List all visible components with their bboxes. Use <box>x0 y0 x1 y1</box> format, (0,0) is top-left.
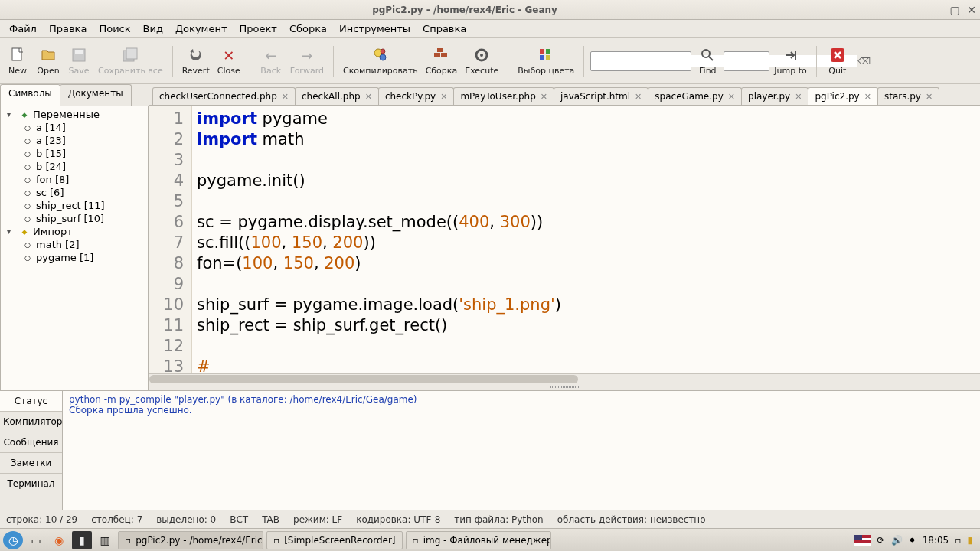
tab-close-icon[interactable]: ✕ <box>864 92 871 102</box>
save-button[interactable]: Save <box>64 41 93 82</box>
back-button[interactable]: ← Back <box>256 41 286 82</box>
menu-поиск[interactable]: Поиск <box>93 21 136 36</box>
save-all-button[interactable]: Сохранить все <box>95 41 166 82</box>
file-tab[interactable]: checkUserConnected.php✕ <box>152 87 296 105</box>
colorpicker-button[interactable]: Выбор цвета <box>514 41 577 82</box>
file-tab[interactable]: checkAll.php✕ <box>295 87 379 105</box>
jumpto-button[interactable]: Jump to <box>771 41 809 82</box>
menu-сборка[interactable]: Сборка <box>283 21 333 36</box>
taskbar-item[interactable]: ▫img - Файловый менеджер <box>406 531 551 549</box>
new-button[interactable]: New <box>3 41 32 82</box>
clock[interactable]: 18:05 <box>923 535 949 546</box>
taskbar-item[interactable]: ▫pgPic2.py - /home/rex4/Eric -... <box>118 531 263 549</box>
open-button[interactable]: Open <box>34 41 63 82</box>
status-tab[interactable]: TAB <box>262 514 279 525</box>
firefox-launcher[interactable]: ◉ <box>49 531 69 549</box>
minimize-button[interactable]: — <box>929 2 946 18</box>
menu-вид[interactable]: Вид <box>137 21 169 36</box>
code-content[interactable]: import pygameimport math pygame.init() s… <box>192 106 980 373</box>
file-tab[interactable]: stars.py✕ <box>877 87 939 105</box>
find-input[interactable]: ⌫ <box>590 51 691 71</box>
symbol-row[interactable]: ○math [2] <box>1 238 148 251</box>
maximize-button[interactable]: ▢ <box>946 2 963 18</box>
titlebar: pgPic2.py - /home/rex4/Eric - Geany — ▢ … <box>0 0 980 20</box>
search-icon <box>698 46 717 64</box>
horizontal-scrollbar[interactable] <box>149 373 980 384</box>
close-icon: ✕ <box>220 46 238 64</box>
tab-close-icon[interactable]: ✕ <box>728 92 735 102</box>
sidebar-tab-documents[interactable]: Документы <box>60 84 132 106</box>
file-tab[interactable]: javaScript.html✕ <box>554 87 648 105</box>
jumpto-input[interactable]: ⌫ <box>724 51 769 71</box>
menu-правка[interactable]: Правка <box>43 21 93 36</box>
sidebar-tab-symbols[interactable]: Символы <box>0 84 60 106</box>
symbol-row[interactable]: ○sc [6] <box>1 186 148 199</box>
menu-инструменты[interactable]: Инструменты <box>333 21 416 36</box>
taskbar-item[interactable]: ▫[SimpleScreenRecorder] <box>266 531 403 549</box>
bottom-tab-сообщения[interactable]: Сообщения <box>0 432 62 453</box>
show-desktop-button[interactable]: ▭ <box>26 531 46 549</box>
tab-close-icon[interactable]: ✕ <box>541 92 547 102</box>
symbol-row[interactable]: ○ship_rect [11] <box>1 199 148 212</box>
bottom-tab-заметки[interactable]: Заметки <box>0 453 62 474</box>
menu-файл[interactable]: Файл <box>3 21 43 36</box>
terminal-launcher[interactable]: ▮ <box>72 531 92 549</box>
tab-close-icon[interactable]: ✕ <box>440 92 447 102</box>
status-filetype[interactable]: тип файла: Python <box>454 514 543 525</box>
tab-close-icon[interactable]: ✕ <box>282 92 289 102</box>
symbol-tree[interactable]: ▾◆Переменные○a [14]○a [23]○b [15]○b [24]… <box>0 106 149 390</box>
symbol-row[interactable]: ○a [23] <box>1 134 148 147</box>
build-button[interactable]: Сборка <box>423 41 461 82</box>
symbol-row[interactable]: ○b [15] <box>1 147 148 160</box>
clear-jumpto-icon[interactable]: ⌫ <box>858 56 871 67</box>
quit-button[interactable]: Quit <box>823 41 852 82</box>
symbol-row[interactable]: ▾◆Переменные <box>1 108 148 121</box>
tab-close-icon[interactable]: ✕ <box>926 92 933 102</box>
task-icon: ▫ <box>125 535 131 546</box>
find-button[interactable]: Find <box>693 41 722 82</box>
status-ins[interactable]: ВСТ <box>230 514 248 525</box>
revert-button[interactable]: Revert <box>179 41 213 82</box>
status-encoding[interactable]: кодировка: UTF-8 <box>356 514 440 525</box>
menu-справка[interactable]: Справка <box>416 21 472 36</box>
symbol-row[interactable]: ○pygame [1] <box>1 251 148 264</box>
start-menu-button[interactable]: ◷ <box>3 531 23 549</box>
execute-gear-icon <box>472 46 491 64</box>
sidebar: Символы Документы ▾◆Переменные○a [14]○a … <box>0 84 149 390</box>
updates-icon[interactable]: ⟳ <box>877 535 885 546</box>
messages-content[interactable]: python -m py_compile "player.py" (в ката… <box>63 391 980 510</box>
tray-item-icon[interactable]: ▫ <box>955 535 961 546</box>
volume-icon[interactable]: 🔊 <box>891 535 903 546</box>
tab-close-icon[interactable]: ✕ <box>635 92 642 102</box>
symbol-row[interactable]: ▾◆Импорт <box>1 225 148 238</box>
bottom-tab-компилятор[interactable]: Компилятор <box>0 412 62 432</box>
symbol-row[interactable]: ○a [14] <box>1 121 148 134</box>
menu-документ[interactable]: Документ <box>169 21 234 36</box>
keyboard-layout-icon[interactable] <box>854 535 871 546</box>
code-editor[interactable]: 12345678910111213 import pygameimport ma… <box>149 106 980 373</box>
file-tab[interactable]: spaceGame.py✕ <box>648 87 742 105</box>
file-tab[interactable]: player.py✕ <box>741 87 808 105</box>
compile-icon <box>371 46 390 64</box>
panel-grip[interactable] <box>149 384 980 390</box>
file-tab[interactable]: mPayToUser.php✕ <box>453 87 554 105</box>
tab-close-icon[interactable]: ✕ <box>795 92 802 102</box>
symbol-row[interactable]: ○fon [8] <box>1 173 148 186</box>
execute-button[interactable]: Execute <box>462 41 501 82</box>
tray-item-icon[interactable]: ▮ <box>967 535 972 546</box>
file-tab[interactable]: pgPic2.py✕ <box>808 87 878 105</box>
forward-button[interactable]: → Forward <box>287 41 327 82</box>
filemanager-launcher[interactable]: ▥ <box>95 531 115 549</box>
close-window-button[interactable]: ✕ <box>963 2 980 18</box>
file-tab[interactable]: checkPy.py✕ <box>378 87 455 105</box>
tab-close-icon[interactable]: ✕ <box>365 92 372 102</box>
symbol-row[interactable]: ○ship_surf [10] <box>1 212 148 225</box>
status-mode[interactable]: режим: LF <box>293 514 342 525</box>
network-icon[interactable]: ⚫ <box>909 535 916 546</box>
menu-проект[interactable]: Проект <box>234 21 283 36</box>
symbol-row[interactable]: ○b [24] <box>1 160 148 173</box>
bottom-tab-статус[interactable]: Статус <box>0 391 62 412</box>
bottom-tab-терминал[interactable]: Терминал <box>0 474 62 494</box>
compile-button[interactable]: Скомпилировать <box>340 41 421 82</box>
close-button[interactable]: ✕ Close <box>214 41 243 82</box>
